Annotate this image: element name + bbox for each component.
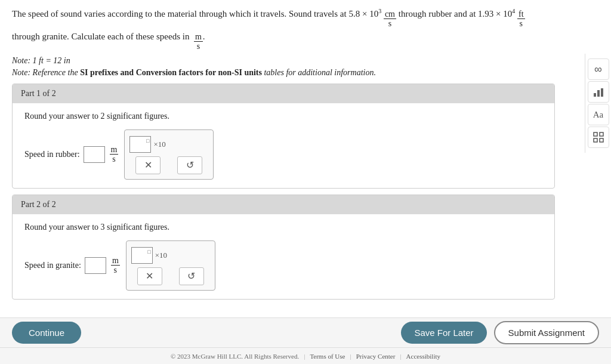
intro-paragraph: The speed of sound varies according to t… [12, 6, 555, 51]
part2-input-row: Speed in granite: m s □ ×10 [24, 240, 542, 291]
part2-label: Speed in granite: m s [24, 256, 120, 275]
footer-terms-link[interactable]: Terms of Use [310, 353, 345, 360]
note-text-2a: Reference the [33, 68, 81, 77]
right-sidebar: ∞ Aa [585, 54, 611, 153]
footer-sep-3: | [400, 353, 401, 360]
part2-round-note: Round your answer to 3 significant figur… [24, 223, 542, 232]
part2-popup-input[interactable]: □ [131, 247, 153, 264]
note-text-2b: tables for additional information. [264, 68, 375, 77]
part1-header-label: Part 1 of 2 [21, 89, 56, 98]
part1-clear-button[interactable]: ✕ [135, 156, 161, 174]
note-label-2: Note: [12, 68, 30, 77]
part1-undo-button[interactable]: ↺ [177, 156, 202, 174]
note-text-1: 1 ft = 12 in [33, 56, 70, 65]
part2-header: Part 2 of 2 [13, 195, 554, 214]
footer-sep-1: | [304, 353, 305, 360]
infinity-icon-btn[interactable]: ∞ [588, 58, 609, 80]
part1-popup-buttons: ✕ ↺ [129, 156, 208, 174]
part2-body: Round your answer to 3 significant figur… [13, 214, 554, 299]
footer-copyright: © 2023 McGraw Hill LLC. All Rights Reser… [171, 353, 299, 360]
part1-input-popup: □ ×10 ✕ ↺ [124, 129, 214, 180]
svg-rect-5 [594, 138, 597, 142]
save-for-later-button[interactable]: Save For Later [401, 322, 486, 344]
right-action-buttons: Save For Later Submit Assignment [401, 321, 599, 344]
note-2: Note: Reference the SI prefixes and Conv… [12, 68, 555, 78]
unit3: ms. [192, 32, 205, 41]
footer-privacy-link[interactable]: Privacy Center [356, 353, 396, 360]
part2-unit: m s [111, 256, 120, 275]
svg-rect-3 [594, 132, 597, 136]
part2-label-text: Speed in granite: [24, 261, 81, 270]
part1-body: Round your answer to 2 significant figur… [13, 103, 554, 188]
part1-label-text: Speed in rubber: [24, 150, 80, 159]
svg-rect-4 [600, 132, 603, 136]
intro-text-1: The speed of sound varies according to t… [12, 9, 378, 18]
text-aa-icon-btn[interactable]: Aa [588, 104, 609, 125]
part1-superscript-box: □ [146, 138, 149, 144]
svg-rect-6 [600, 138, 603, 142]
submit-assignment-button[interactable]: Submit Assignment [494, 321, 599, 344]
part1-answer-box[interactable] [84, 146, 105, 163]
continue-button[interactable]: Continue [12, 322, 81, 344]
part1-times10: ×10 [153, 140, 165, 149]
footer-sep-2: | [350, 353, 351, 360]
part1-round-note: Round your answer to 2 significant figur… [24, 112, 542, 121]
note-1: Note: 1 ft = 12 in [12, 56, 555, 66]
unit1: cms [384, 9, 396, 18]
part1-section: Part 1 of 2 Round your answer to 2 signi… [12, 84, 555, 189]
intro-text-2: through rubber and at 1.93 × 10 [399, 9, 513, 18]
svg-rect-1 [597, 90, 600, 97]
part2-superscript-box: □ [147, 249, 150, 255]
part1-unit: m s [110, 145, 119, 164]
part2-input-popup: □ ×10 ✕ ↺ [126, 240, 215, 291]
chart-icon-btn[interactable] [588, 81, 609, 103]
part2-popup-buttons: ✕ ↺ [131, 267, 210, 285]
exp2: 4 [512, 9, 515, 18]
part1-input-row: Speed in rubber: m s □ ×10 [24, 129, 542, 180]
part2-header-label: Part 2 of 2 [21, 200, 56, 209]
part2-section: Part 2 of 2 Round your answer to 3 signi… [12, 195, 555, 300]
unit2: fts [517, 9, 525, 18]
part2-undo-button[interactable]: ↺ [179, 267, 204, 285]
main-content: The speed of sound varies according to t… [0, 0, 567, 300]
part2-popup-top: □ ×10 [131, 247, 210, 264]
part2-answer-box[interactable] [85, 257, 106, 274]
grid-icon-btn[interactable] [588, 127, 609, 148]
part1-label: Speed in rubber: m s [24, 145, 118, 164]
part1-popup-input[interactable]: □ [129, 136, 151, 153]
part1-header: Part 1 of 2 [13, 84, 554, 103]
bottom-bar: Continue Save For Later Submit Assignmen… [0, 317, 611, 347]
note-bold: SI prefixes and Conversion factors for n… [80, 68, 262, 77]
footer: © 2023 McGraw Hill LLC. All Rights Reser… [0, 347, 611, 364]
svg-rect-0 [594, 93, 596, 97]
footer-accessibility-link[interactable]: Accessibility [406, 353, 440, 360]
intro-text-3: through granite. Calculate each of these… [12, 32, 189, 41]
part2-times10: ×10 [155, 251, 167, 260]
exp1: 3 [378, 9, 381, 18]
svg-rect-2 [601, 88, 603, 97]
part1-popup-top: □ ×10 [129, 136, 208, 153]
part2-clear-button[interactable]: ✕ [137, 267, 162, 285]
note-label-1: Note: [12, 56, 30, 65]
